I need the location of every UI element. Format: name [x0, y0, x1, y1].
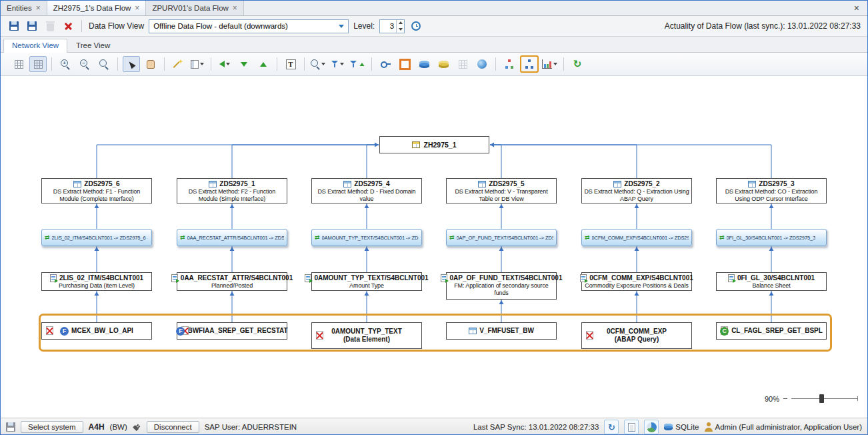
mapping-label: 0CFM_COMM_EXP/S4BCLNT001 -> ZDS2975_2 [592, 235, 689, 241]
tab-tree-view[interactable]: Tree View [67, 39, 119, 52]
tab-close-icon[interactable]: × [135, 4, 139, 12]
layers-blue-icon[interactable] [415, 56, 433, 72]
orientation-icon[interactable] [216, 56, 233, 72]
toolbar-separator [371, 57, 372, 71]
toolbar-separator [164, 57, 165, 71]
datasource-icon [73, 181, 81, 187]
save-icon[interactable] [7, 19, 21, 33]
tab-network-view[interactable]: Network View [3, 39, 67, 53]
filter-export-icon[interactable] [348, 56, 367, 72]
datasource-node[interactable]: ZDS2975_6 DS Extract Method: F1 - Functi… [41, 178, 152, 203]
grid-view-icon[interactable] [454, 56, 471, 72]
pointer-tool-icon[interactable] [123, 56, 140, 72]
extractor-node[interactable]: 0AMOUNT_TYP_TEXT (Data Element) [311, 322, 422, 349]
source-structure-node[interactable]: 0CFM_COMM_EXP/S4BCLNT001 Commodity Expos… [581, 272, 692, 291]
layout-options-icon[interactable] [189, 56, 206, 72]
tab-close-icon[interactable]: × [233, 4, 237, 12]
tab-zpurv01-data-flow[interactable]: ZPURV01's Data Flow × [146, 1, 243, 15]
system-name: A4H [89, 422, 105, 432]
node-subtitle: (ABAP Query) [615, 336, 659, 344]
source-structure-node[interactable]: 0AA_RECSTAT_ATTR/S4BCLNT001 Planned/Post… [177, 272, 287, 291]
highlight-icon[interactable] [396, 56, 413, 72]
datasource-node[interactable]: ZDS2975_1 DS Extract Method: F2 - Functi… [177, 178, 287, 203]
layers-yellow-icon[interactable] [435, 56, 452, 72]
spinner-down-icon[interactable] [397, 26, 404, 33]
expand-all-icon[interactable] [235, 56, 253, 72]
datasource-node[interactable]: ZDS2975_2 DS Extract Method: Q - Extract… [581, 178, 692, 203]
search-icon[interactable] [309, 56, 327, 72]
source-structure-node[interactable]: 0FI_GL_30/S4BCLNT001 Balance Sheet [716, 272, 827, 291]
text-tool-icon[interactable] [282, 56, 299, 72]
mapping-icon [45, 235, 50, 241]
log-button[interactable] [624, 420, 639, 434]
spinner-up-icon[interactable] [397, 20, 404, 27]
layers-glyph [419, 61, 429, 68]
extractor-node[interactable]: V_FMFUSET_BW [446, 322, 557, 340]
node-desc: Planned/Posted [177, 282, 287, 290]
extractor-node[interactable]: MCEX_BW_LO_API [41, 322, 152, 340]
sync-refresh-button[interactable] [604, 420, 619, 434]
flow-column: ZDS2975_2 DS Extract Method: Q - Extract… [581, 178, 692, 352]
mapping-node[interactable]: 0AP_OF_FUND_TEXT/S4BCLNT001 -> ZDS2975_5 [446, 229, 557, 246]
mapping-icon [719, 235, 725, 241]
zoom-label: 90% [765, 395, 779, 403]
connection-status-button[interactable] [644, 420, 659, 434]
source-structure-node[interactable]: 0AP_OF_FUND_TEXT/S4BCLNT001 FM: Applicat… [446, 272, 557, 300]
tab-zh2975-1-data-flow[interactable]: ZH2975_1's Data Flow × [47, 1, 147, 15]
tab-label: ZPURV01's Data Flow [152, 4, 228, 12]
datasource-icon [209, 181, 217, 187]
key-icon[interactable] [377, 56, 394, 72]
root-node[interactable]: ZH2975_1 [379, 136, 489, 153]
tab-close-icon[interactable]: × [36, 4, 41, 12]
auto-layout-icon[interactable] [169, 56, 187, 72]
mapping-icon [180, 235, 185, 241]
mapping-node[interactable]: 2LIS_02_ITM/S4BCLNT001 -> ZDS2975_6 [41, 229, 152, 246]
node-name: V_FMFUSET_BW [479, 327, 534, 335]
show-grid-icon[interactable] [10, 56, 27, 72]
node-desc: FM: Application of secondary source fund… [447, 282, 556, 297]
trash-icon [47, 23, 54, 31]
floppy-icon [9, 21, 19, 31]
zoom-out-icon[interactable] [76, 56, 93, 72]
network-layout-icon[interactable] [501, 56, 518, 72]
mapping-node[interactable]: 0FI_GL_30/S4BCLNT001 -> ZDS2975_3 [716, 229, 827, 246]
zoom-slider-handle[interactable] [819, 394, 824, 403]
sync-clock-icon[interactable] [409, 19, 423, 33]
datasource-node[interactable]: ZDS2975_5 DS Extract Method: V - Transpa… [446, 178, 557, 203]
globe-icon[interactable] [473, 56, 491, 72]
node-desc: DS Extract Method: V - Transparent Table… [447, 188, 556, 203]
pan-tool-icon[interactable] [142, 56, 159, 72]
mapping-node[interactable]: 0CFM_COMM_EXP/S4BCLNT001 -> ZDS2975_2 [581, 229, 692, 246]
node-name: BWFIAA_SREP_GET_RECSTAT [187, 327, 287, 335]
plug-icon [131, 421, 143, 433]
hierarchy-layout-icon[interactable] [520, 55, 539, 73]
snap-to-grid-icon[interactable] [29, 56, 47, 72]
toolbar-separator [81, 20, 82, 32]
filter-icon[interactable] [329, 56, 346, 72]
datasource-node[interactable]: ZDS2975_4 DS Extract Method: D - Fixed D… [311, 178, 422, 203]
delete-icon[interactable] [43, 19, 57, 33]
collapse-all-icon[interactable] [255, 56, 272, 72]
zoom-slider[interactable] [791, 394, 858, 403]
mapping-node[interactable]: 0AMOUNT_TYP_TEXT/S4BCLNT001 -> ZDS2975_4 [311, 229, 422, 246]
source-structure-node[interactable]: 2LIS_02_ITM/S4BCLNT001 Purchasing Data (… [41, 272, 152, 291]
data-flow-view-select[interactable]: Offline Data Flow - default (downwards) [149, 19, 349, 33]
chart-icon[interactable] [541, 56, 559, 72]
extractor-node[interactable]: BWFIAA_SREP_GET_RECSTAT [177, 322, 287, 340]
extractor-node[interactable]: 0CFM_COMM_EXP (ABAP Query) [581, 322, 692, 349]
mapping-node[interactable]: 0AA_RECSTAT_ATTR/S4BCLNT001 -> ZDS2975_1 [177, 229, 287, 246]
close-icon[interactable]: × [851, 3, 862, 13]
zoom-fit-icon[interactable] [95, 56, 113, 72]
source-structure-node[interactable]: 0AMOUNT_TYP_TEXT/S4BCLNT001 Amount Type [311, 272, 422, 291]
extractor-node[interactable]: CL_FAGL_SREP_GET_BSPL [716, 322, 827, 340]
level-spinner[interactable]: 3 [379, 19, 405, 33]
disconnect-button[interactable]: Disconnect [147, 421, 199, 433]
tab-entities[interactable]: Entities × [1, 1, 47, 15]
datasource-node[interactable]: ZDS2975_3 DS Extract Method: CO - Extrac… [716, 178, 827, 203]
zoom-in-icon[interactable] [57, 56, 74, 72]
select-system-button[interactable]: Select system [21, 421, 83, 433]
save-all-icon[interactable] [25, 19, 39, 33]
refresh-icon[interactable] [569, 56, 586, 72]
discard-changes-icon[interactable] [61, 19, 75, 33]
diagram-canvas[interactable]: ZH2975_1 ZDS2975_6 DS Extract Method: F1… [1, 76, 867, 418]
